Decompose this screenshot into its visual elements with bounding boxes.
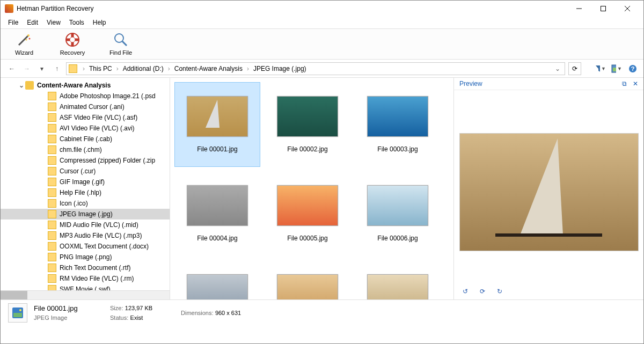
wizard-button[interactable]: Wizard — [8, 32, 40, 56]
forward-button[interactable]: → — [21, 63, 33, 75]
tree-item[interactable]: Cursor (.cur) — [1, 166, 170, 177]
up-button[interactable]: ↑ — [51, 63, 63, 75]
file-thumbnail[interactable]: File 00007.jpg — [174, 260, 260, 299]
tree-root[interactable]: ⌄ Content-Aware Analysis — [1, 80, 170, 91]
refresh-button[interactable]: ⟳ — [568, 62, 581, 75]
tree-item[interactable]: SWF Movie (.swf) — [1, 284, 170, 290]
analysis-icon — [25, 81, 34, 90]
thumbnail-label: File 00004.jpg — [197, 235, 237, 242]
svg-point-9 — [70, 37, 75, 42]
folder-icon — [48, 221, 56, 229]
tree-item[interactable]: Animated Cursor (.ani) — [1, 101, 170, 112]
rotate-left-button[interactable]: ↺ — [460, 287, 470, 296]
svg-point-5 — [27, 34, 30, 36]
breadcrumb-dropdown[interactable]: ⌄ — [553, 65, 562, 72]
file-thumbnail[interactable]: File 00002.jpg — [265, 82, 350, 167]
view-options-button[interactable]: ▼ — [611, 63, 622, 74]
sidebar-scrollbar[interactable] — [1, 290, 170, 299]
preview-controls: ↺ ⟳ ↻ — [454, 283, 643, 299]
svg-rect-18 — [13, 313, 22, 317]
file-thumbnail[interactable]: File 00005.jpg — [265, 171, 350, 256]
folder-icon — [69, 64, 77, 73]
preview-header: Preview ⧉ ✕ — [454, 78, 643, 90]
back-button[interactable]: ← — [6, 63, 18, 75]
menu-edit[interactable]: Edit — [23, 18, 42, 27]
close-button[interactable] — [615, 1, 639, 17]
tree-item[interactable]: OOXML Text Document (.docx) — [1, 241, 170, 252]
preview-close-icon[interactable]: ✕ — [633, 80, 638, 87]
history-dropdown[interactable]: ▾ — [36, 63, 48, 75]
tree-item[interactable]: PNG Image (.png) — [1, 252, 170, 262]
svg-line-11 — [122, 41, 127, 46]
tree-item-label: Adobe Photoshop Image.21 (.psd — [60, 92, 156, 100]
tree-item[interactable]: ASF Video File (VLC) (.asf) — [1, 112, 170, 123]
thumbnail-image — [187, 96, 248, 137]
svg-point-7 — [29, 38, 31, 40]
refresh-preview-button[interactable]: ⟳ — [478, 287, 487, 296]
file-thumbnail[interactable]: File 00008.jpg — [265, 260, 350, 299]
breadcrumb-analysis[interactable]: Content-Aware Analysis — [172, 65, 245, 72]
svg-point-10 — [115, 34, 123, 42]
minimize-button[interactable] — [567, 1, 591, 17]
folder-icon — [48, 167, 56, 175]
menu-file[interactable]: File — [4, 18, 23, 27]
tree-item[interactable]: Rich Text Document (.rtf) — [1, 262, 170, 273]
menubar: File Edit View Tools Help — [1, 17, 643, 28]
tree-item[interactable]: chm.file (.chm) — [1, 144, 170, 155]
filetype-icon — [8, 303, 27, 323]
maximize-button[interactable] — [591, 1, 615, 17]
tree-item-label: Animated Cursor (.ani) — [60, 103, 125, 111]
thumbnail-image — [277, 185, 338, 226]
tree-item[interactable]: MP3 Audio File (VLC) (.mp3) — [1, 230, 170, 241]
breadcrumb[interactable]: › This PC › Additional (D:) › Content-Aw… — [66, 62, 565, 75]
breadcrumb-jpeg[interactable]: JPEG Image (.jpg) — [251, 65, 309, 72]
preview-popout-icon[interactable]: ⧉ — [622, 80, 627, 87]
tree-item[interactable]: Icon (.ico) — [1, 198, 170, 209]
tree-item[interactable]: Compressed (zipped) Folder (.zip — [1, 155, 170, 166]
tree-item[interactable]: Cabinet File (.cab) — [1, 134, 170, 144]
filter-button[interactable]: ▼ — [595, 63, 606, 74]
tree-item-label: RM Video File (VLC) (.rm) — [60, 275, 134, 282]
file-thumbnail[interactable]: File 00006.jpg — [355, 171, 441, 256]
folder-icon — [48, 188, 56, 197]
thumbnail-grid[interactable]: File 00001.jpgFile 00002.jpgFile 00003.j… — [170, 78, 453, 299]
rotate-right-button[interactable]: ↻ — [495, 287, 504, 296]
breadcrumb-drive[interactable]: Additional (D:) — [121, 65, 166, 72]
thumbnail-image — [367, 185, 428, 226]
toolbar: Wizard Recovery Find File — [1, 28, 643, 60]
recovery-button[interactable]: Recovery — [56, 32, 89, 56]
tree-item[interactable]: AVI Video File (VLC) (.avi) — [1, 123, 170, 134]
thumbnail-label: File 00002.jpg — [287, 145, 327, 153]
file-thumbnail[interactable]: File 00004.jpg — [174, 171, 260, 256]
tree-item[interactable]: Adobe Photoshop Image.21 (.psd — [1, 91, 170, 101]
folder-icon — [48, 264, 56, 272]
svg-rect-13 — [613, 68, 616, 71]
thumbnail-label: File 00006.jpg — [377, 235, 418, 242]
tree-item-label: Help File (.hlp) — [60, 189, 101, 196]
folder-icon — [48, 92, 56, 100]
menu-tools[interactable]: Tools — [65, 18, 89, 27]
file-thumbnail[interactable]: File 00003.jpg — [355, 82, 441, 167]
folder-icon — [48, 199, 56, 208]
tree-item[interactable]: JPEG Image (.jpg) — [1, 209, 170, 219]
menu-view[interactable]: View — [42, 18, 65, 27]
breadcrumb-this-pc[interactable]: This PC — [87, 65, 114, 72]
collapse-icon[interactable]: ⌄ — [18, 82, 25, 89]
app-icon — [5, 4, 13, 13]
help-button[interactable]: ? — [627, 63, 638, 74]
folder-icon — [48, 242, 56, 251]
findfile-button[interactable]: Find File — [105, 32, 137, 56]
file-thumbnail[interactable]: File 00009.jpg — [355, 260, 441, 299]
file-thumbnail[interactable]: File 00001.jpg — [174, 82, 260, 167]
tree-item[interactable]: GIF Image (.gif) — [1, 177, 170, 187]
tree-item[interactable]: MID Audio File (VLC) (.mid) — [1, 219, 170, 230]
folder-tree[interactable]: ⌄ Content-Aware Analysis Adobe Photoshop… — [1, 78, 170, 290]
tree-item-label: SWF Movie (.swf) — [60, 286, 111, 290]
tree-item[interactable]: Help File (.hlp) — [1, 187, 170, 198]
menu-help[interactable]: Help — [89, 18, 111, 27]
search-icon — [113, 32, 128, 47]
tree-item[interactable]: RM Video File (VLC) (.rm) — [1, 273, 170, 284]
thumbnail-label: File 00003.jpg — [377, 145, 418, 153]
folder-icon — [48, 124, 56, 133]
status-filetype: JPEG Image — [34, 314, 104, 321]
